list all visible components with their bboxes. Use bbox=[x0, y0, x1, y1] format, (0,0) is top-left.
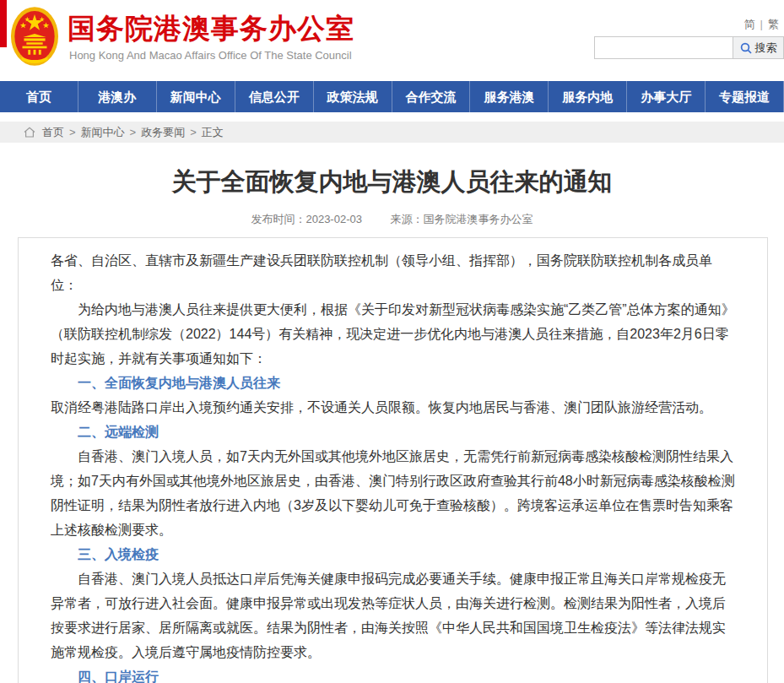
nav-item-policies[interactable]: 政策法规 bbox=[314, 81, 392, 112]
article-source: 来源：国务院港澳事务办公室 bbox=[391, 213, 533, 225]
lang-simplified[interactable]: 简 bbox=[744, 18, 755, 30]
main-nav: 首页 港澳办 新闻中心 信息公开 政策法规 合作交流 服务港澳 服务内地 办事大… bbox=[0, 81, 784, 112]
article-paragraph: 取消经粤港陆路口岸出入境预约通关安排，不设通关人员限额。恢复内地居民与香港、澳门… bbox=[51, 395, 735, 420]
language-toggle: 简|繁 bbox=[744, 17, 779, 32]
home-icon bbox=[24, 127, 35, 138]
breadcrumb: 首页 > 新闻中心 > 政务要闻 > 正文 bbox=[0, 122, 784, 143]
section-heading-1: 一、全面恢复内地与港澳人员往来 bbox=[51, 371, 735, 395]
nav-item-service-hall[interactable]: 办事大厅 bbox=[627, 81, 706, 112]
nav-item-cooperation[interactable]: 合作交流 bbox=[392, 81, 471, 112]
article-title: 关于全面恢复内地与港澳人员往来的通知 bbox=[0, 165, 784, 199]
section-heading-4: 四、口岸运行 bbox=[51, 664, 735, 683]
publish-time: 发布时间：2023-02-03 bbox=[251, 213, 362, 225]
nav-item-serve-mainland[interactable]: 服务内地 bbox=[549, 81, 627, 112]
national-emblem-icon bbox=[10, 6, 59, 67]
breadcrumb-separator: > bbox=[190, 126, 197, 138]
article-paragraph: 自香港、澳门入境人员，如7天内无外国或其他境外地区旅居史，无需凭行前新冠病毒感染… bbox=[51, 444, 735, 542]
lang-separator: | bbox=[760, 18, 763, 30]
section-heading-3: 三、入境检疫 bbox=[51, 542, 735, 566]
article-meta: 发布时间：2023-02-03 来源：国务院港澳事务办公室 bbox=[0, 212, 784, 227]
nav-item-news-center[interactable]: 新闻中心 bbox=[157, 81, 235, 112]
breadcrumb-current: 正文 bbox=[202, 125, 224, 140]
search-bar: 搜索 bbox=[594, 36, 784, 59]
site-logo[interactable] bbox=[10, 6, 59, 67]
site-title: 国务院港澳事务办公室 bbox=[68, 10, 354, 48]
article-paragraph: 为给内地与港澳人员往来提供更大便利，根据《关于印发对新型冠状病毒感染实施“乙类乙… bbox=[51, 297, 735, 371]
red-accent-bar bbox=[0, 0, 7, 47]
lang-traditional[interactable]: 繁 bbox=[768, 18, 779, 30]
breadcrumb-separator: > bbox=[130, 126, 137, 138]
nav-item-home[interactable]: 首页 bbox=[0, 81, 78, 112]
site-header: 国务院港澳事务办公室 Hong Kong And Macao Affairs O… bbox=[0, 0, 784, 81]
section-heading-2: 二、远端检测 bbox=[51, 420, 735, 444]
breadcrumb-home[interactable]: 首页 bbox=[42, 125, 64, 140]
nav-item-special-reports[interactable]: 专题报道 bbox=[706, 81, 784, 112]
nav-item-hmo[interactable]: 港澳办 bbox=[78, 81, 157, 112]
salutation: 各省、自治区、直辖市及新疆生产建设兵团联防联控机制（领导小组、指挥部），国务院联… bbox=[51, 248, 735, 297]
nav-item-serve-hkmo[interactable]: 服务港澳 bbox=[470, 81, 549, 112]
breadcrumb-gov-news[interactable]: 政务要闻 bbox=[141, 125, 185, 140]
breadcrumb-separator: > bbox=[69, 126, 76, 138]
article-paragraph: 自香港、澳门入境人员抵达口岸后凭海关健康申报码完成必要通关手续。健康申报正常且海… bbox=[51, 566, 735, 664]
search-icon bbox=[740, 42, 752, 54]
search-input[interactable] bbox=[594, 36, 733, 59]
search-button-label: 搜索 bbox=[755, 41, 777, 56]
article-body: 各省、自治区、直辖市及新疆生产建设兵团联防联控机制（领导小组、指挥部），国务院联… bbox=[18, 237, 768, 683]
nav-item-info-disclosure[interactable]: 信息公开 bbox=[235, 81, 314, 112]
site-subtitle: Hong Kong And Macao Affairs Office Of Th… bbox=[69, 49, 352, 62]
search-button[interactable]: 搜索 bbox=[733, 36, 784, 59]
breadcrumb-news-center[interactable]: 新闻中心 bbox=[81, 125, 125, 140]
